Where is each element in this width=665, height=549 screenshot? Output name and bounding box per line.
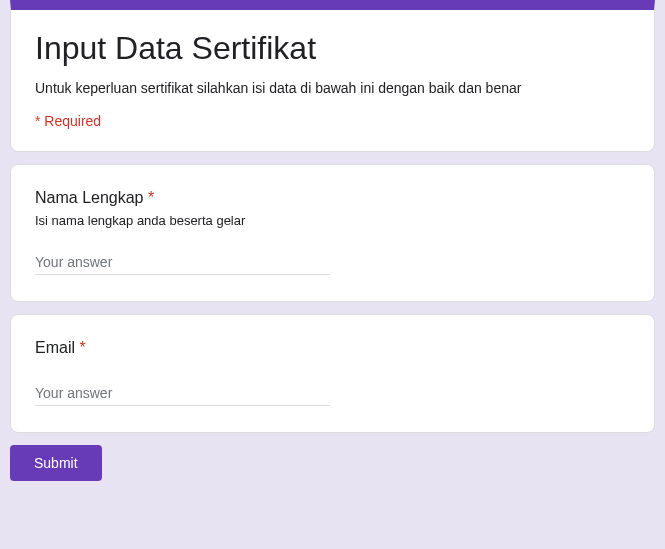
nama-lengkap-input[interactable] [35,250,330,275]
question-label-nama: Nama Lengkap * [35,189,630,207]
required-note: * Required [35,113,630,129]
form-description: Untuk keperluan sertifikat silahkan isi … [35,78,630,99]
email-input[interactable] [35,381,330,406]
spacer [35,363,630,381]
required-star-icon: * [79,339,85,356]
submit-button[interactable]: Submit [10,445,102,481]
form-title: Input Data Sertifikat [35,28,630,68]
form-header-card: Input Data Sertifikat Untuk keperluan se… [10,0,655,152]
form-container: Input Data Sertifikat Untuk keperluan se… [10,0,655,481]
question-card-email: Email * [10,314,655,433]
question-card-nama: Nama Lengkap * Isi nama lengkap anda bes… [10,164,655,302]
question-label-text: Nama Lengkap [35,189,144,206]
question-label-email: Email * [35,339,630,357]
required-star-icon: * [148,189,154,206]
question-label-text: Email [35,339,75,356]
question-description-nama: Isi nama lengkap anda beserta gelar [35,213,630,228]
